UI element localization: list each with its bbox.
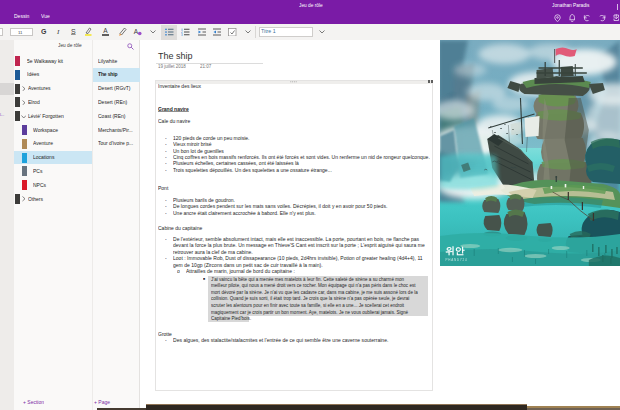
svg-text:위안: 위안 [446, 245, 466, 256]
svg-text:PHAND724: PHAND724 [446, 258, 468, 262]
svg-text:A: A [103, 27, 108, 34]
svg-text:3: 3 [181, 33, 183, 36]
